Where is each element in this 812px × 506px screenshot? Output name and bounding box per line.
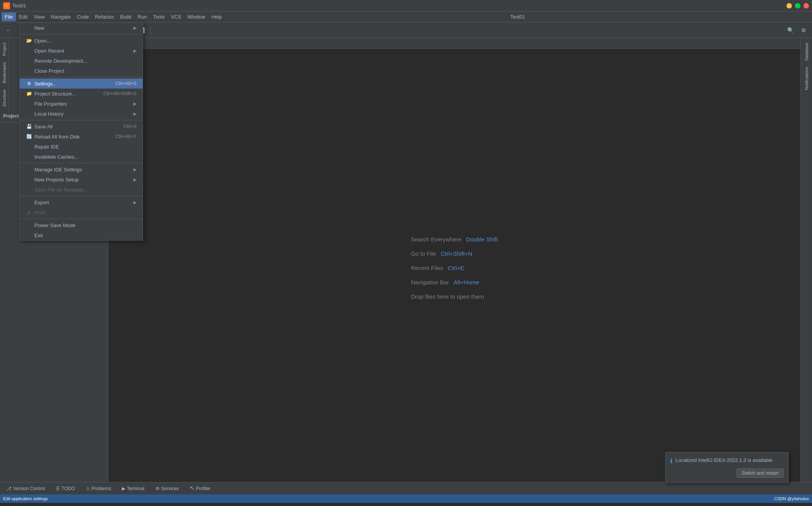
menu-item-open-label: Open...: [34, 38, 51, 44]
problems-icon: ⚠: [86, 486, 90, 491]
menu-vcs[interactable]: VCS: [168, 12, 184, 21]
open-recent-icon: [26, 48, 32, 54]
menu-item-save-all[interactable]: 💾 Save All Ctrl+S: [20, 121, 143, 132]
menu-item-repair[interactable]: Repair IDE: [20, 142, 143, 152]
menu-item-print: 🖨 Print...: [20, 207, 143, 217]
hint-search-shortcut: Double Shift: [466, 236, 498, 243]
menu-item-new[interactable]: New ▶: [20, 23, 143, 33]
app-icon: 🔶: [3, 2, 10, 9]
open-icon: 📂: [26, 38, 32, 44]
menu-item-invalidate-caches[interactable]: Invalidate Caches...: [20, 152, 143, 162]
toolbar-search-btn[interactable]: 🔍: [785, 25, 796, 36]
title-bar-controls[interactable]: — □ ✕: [786, 3, 809, 9]
menu-item-close-project[interactable]: Close Project: [20, 66, 143, 76]
bottom-tab-terminal[interactable]: ▶ Terminal: [119, 484, 147, 493]
menu-item-new-label: New: [34, 25, 44, 31]
close-project-icon: [26, 68, 32, 74]
new-icon: [26, 25, 32, 31]
hint-navbar-shortcut: Alt+Home: [454, 279, 479, 285]
menu-help[interactable]: Help: [208, 12, 225, 21]
separator-2: [20, 77, 143, 77]
file-properties-arrow: ▶: [133, 101, 136, 106]
remote-icon: [26, 58, 32, 64]
settings-icon: ⚙: [26, 80, 32, 87]
menu-navigate[interactable]: Navigate: [48, 12, 73, 21]
version-control-label: Version Control: [13, 486, 45, 491]
menu-run[interactable]: Run: [135, 12, 150, 21]
menu-item-exit[interactable]: Exit: [20, 230, 143, 240]
new-arrow: ▶: [133, 26, 136, 31]
services-label: Services: [161, 486, 179, 491]
menu-item-reload[interactable]: 🔄 Reload All from Disk Ctrl+Alt+Y: [20, 132, 143, 142]
hint-search: Search Everywhere Double Shift: [411, 236, 498, 243]
menu-item-open-recent-label: Open Recent: [34, 48, 64, 54]
hint-goto-shortcut: Ctrl+Shift+N: [441, 250, 473, 257]
menu-item-new-projects-label: New Projects Setup: [34, 177, 78, 183]
status-bar: Edit application settings CSDN @yitahuto…: [0, 494, 812, 503]
menu-file[interactable]: File: [2, 12, 16, 21]
manage-ide-arrow: ▶: [133, 167, 136, 172]
bottom-tab-version-control[interactable]: ⎇ Version Control: [3, 484, 48, 493]
hint-dropfiles: Drop files here to open them: [411, 293, 484, 300]
menu-refactor[interactable]: Refactor: [92, 12, 117, 21]
menu-item-new-projects-setup[interactable]: New Projects Setup ▶: [20, 174, 143, 185]
separator-6: [20, 219, 143, 219]
menu-item-open[interactable]: 📂 Open...: [20, 36, 143, 46]
vertical-tab-structure[interactable]: Structure: [1, 86, 8, 110]
menu-tools[interactable]: Tools: [150, 12, 168, 21]
menu-item-manage-ide-label: Manage IDE Settings: [34, 167, 82, 173]
vertical-tab-bookmarks[interactable]: Bookmarks: [1, 59, 8, 86]
menu-item-close-project-label: Close Project: [34, 68, 64, 74]
manage-ide-icon: [26, 166, 32, 173]
todo-icon: ☰: [56, 486, 60, 491]
breadcrumb-bar: 1.3\prog: [108, 38, 800, 49]
hint-recent-shortcut: Ctrl+E: [448, 265, 464, 271]
save-all-shortcut: Ctrl+S: [123, 124, 136, 129]
bottom-tab-problems[interactable]: ⚠ Problems: [83, 484, 114, 493]
menu-view[interactable]: View: [31, 12, 48, 21]
menu-item-file-properties[interactable]: File Properties ▶: [20, 99, 143, 109]
menu-build[interactable]: Build: [117, 12, 135, 21]
toolbar-back-btn[interactable]: ←: [3, 25, 14, 36]
export-arrow: ▶: [133, 200, 136, 205]
switch-restart-button[interactable]: Switch and restart: [737, 468, 784, 478]
right-sidebar-notifications[interactable]: Notifications: [804, 64, 809, 93]
menu-item-open-recent[interactable]: Open Recent ▶: [20, 46, 143, 56]
new-projects-icon: [26, 176, 32, 183]
menu-item-repair-label: Repair IDE: [34, 144, 59, 150]
close-button[interactable]: ✕: [803, 3, 809, 9]
menu-item-manage-ide[interactable]: Manage IDE Settings ▶: [20, 164, 143, 174]
menu-item-remote[interactable]: Remote Development...: [20, 56, 143, 66]
terminal-icon: ▶: [122, 486, 125, 491]
local-history-arrow: ▶: [133, 111, 136, 116]
toolbar-settings-btn[interactable]: ⚙: [798, 25, 809, 36]
hint-dropfiles-label: Drop files here to open them: [411, 293, 484, 300]
menu-window[interactable]: Window: [184, 12, 208, 21]
maximize-button[interactable]: □: [795, 3, 800, 9]
separator-4: [20, 163, 143, 163]
minimize-button[interactable]: —: [786, 3, 792, 9]
menu-item-invalidate-label: Invalidate Caches...: [34, 154, 78, 160]
print-icon: 🖨: [26, 209, 32, 215]
menu-item-export[interactable]: Export ▶: [20, 197, 143, 207]
settings-shortcut: Ctrl+Alt+S: [115, 81, 136, 86]
bottom-tab-todo[interactable]: ☰ TODO: [53, 484, 78, 493]
hint-navbar-label: Navigation Bar: [411, 279, 449, 285]
hint-navbar: Navigation Bar Alt+Home: [411, 279, 479, 285]
right-sidebar-database[interactable]: Database: [804, 39, 809, 64]
menu-item-local-history[interactable]: Local History ▶: [20, 109, 143, 119]
menu-code[interactable]: Code: [74, 12, 92, 21]
toolbar-separator-3: [150, 26, 151, 34]
bottom-tab-services[interactable]: ⚙ Services: [152, 484, 182, 493]
terminal-label: Terminal: [127, 486, 144, 491]
menu-item-settings[interactable]: ⚙ Settings... Ctrl+Alt+S: [20, 79, 143, 89]
menu-item-settings-label: Settings...: [34, 81, 57, 87]
bottom-tab-profiler[interactable]: ⛏ Profiler: [187, 484, 214, 493]
menu-item-reload-label: Reload All from Disk: [34, 134, 80, 140]
menu-edit[interactable]: Edit: [16, 12, 31, 21]
menu-item-project-structure[interactable]: 📁 Project Structure... Ctrl+Alt+Shift+S: [20, 89, 143, 99]
window-title: Test01: [510, 14, 525, 20]
menu-item-power-save[interactable]: Power Save Mode: [20, 220, 143, 230]
profiler-label: Profiler: [196, 486, 211, 491]
vertical-tab-project[interactable]: Project: [1, 39, 8, 59]
